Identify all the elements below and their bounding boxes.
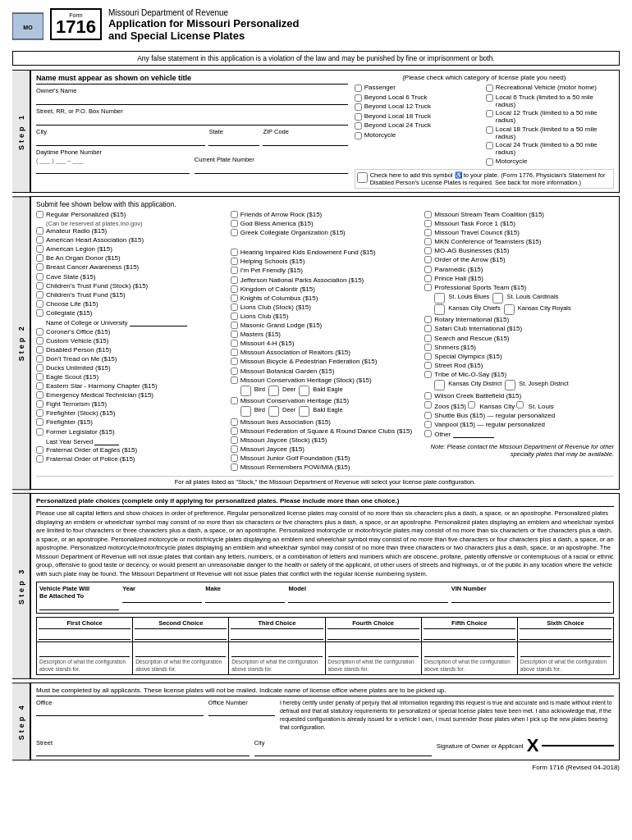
plate-bl12-cb[interactable]	[355, 103, 362, 111]
choice-2-input[interactable]	[135, 631, 227, 640]
conserv-bird-cb[interactable]	[240, 406, 251, 417]
cb-coroner-cb[interactable]	[36, 328, 44, 336]
cb-mo4h-cb[interactable]	[231, 340, 238, 347]
cb-shriners-cb[interactable]	[424, 344, 432, 351]
cb-chooselife-cb[interactable]	[36, 300, 44, 308]
state-input[interactable]	[208, 136, 259, 146]
cb-disabled-cb[interactable]	[36, 346, 44, 354]
cb-moag-cb[interactable]	[424, 247, 432, 254]
cb-specialolympics-cb[interactable]	[424, 353, 432, 360]
cb-taskforce-cb[interactable]	[424, 220, 432, 227]
zip-input[interactable]	[263, 136, 347, 146]
cb-ikes-cb[interactable]	[231, 418, 238, 426]
cb-conserv-stock-cb[interactable]	[231, 377, 238, 384]
cb-rotary-cb[interactable]	[424, 316, 432, 323]
plate-l18-cb[interactable]	[486, 126, 493, 134]
wheelchair-cb[interactable]	[357, 172, 368, 183]
kc-chiefs-cb[interactable]	[434, 304, 445, 315]
conserv-deer-cb[interactable]	[268, 406, 279, 417]
cb-kingdom-cb[interactable]	[231, 285, 238, 293]
vehicle-plate-input[interactable]	[39, 601, 119, 610]
plate-bl24-cb[interactable]	[355, 122, 362, 130]
cb-ctf-cb[interactable]	[36, 291, 44, 299]
cb-zoos-cb[interactable]	[424, 401, 432, 409]
cb-ff-cb[interactable]	[36, 418, 44, 426]
kc-royals-cb[interactable]	[504, 304, 515, 315]
stl-cards-cb[interactable]	[492, 293, 503, 304]
cb-organ-cb[interactable]	[36, 254, 44, 262]
cb-eastern-cb[interactable]	[36, 382, 44, 390]
plate-bl6-cb[interactable]	[355, 94, 362, 102]
plate-l12-cb[interactable]	[486, 110, 493, 117]
cb-lions-stock-cb[interactable]	[231, 304, 238, 311]
conserv-stock-eagle-cb[interactable]	[299, 386, 309, 396]
cb-fop-cb[interactable]	[36, 455, 44, 463]
cb-powmia-cb[interactable]	[231, 463, 238, 471]
current-plate-input[interactable]	[195, 164, 348, 174]
cb-botanical-cb[interactable]	[231, 368, 238, 375]
cb-jefferson-cb[interactable]	[231, 276, 238, 284]
plate-passenger-cb[interactable]	[355, 84, 362, 92]
s4-city-input[interactable]	[254, 747, 432, 756]
cb-masters-cb[interactable]	[231, 331, 238, 338]
stl-blues-cb[interactable]	[434, 293, 445, 304]
s4-street-input[interactable]	[36, 747, 250, 756]
conserv-stock-bird-cb[interactable]	[240, 386, 251, 396]
cb-hiked-cb[interactable]	[231, 249, 238, 256]
vehicle-year-input[interactable]	[122, 594, 202, 603]
kc-district-cb[interactable]	[434, 380, 445, 390]
kc-zoo-cb[interactable]	[468, 401, 475, 409]
cb-streetrod-cb[interactable]	[424, 362, 432, 369]
cb-donttread-cb[interactable]	[36, 355, 44, 363]
cb-breast-cb[interactable]	[36, 263, 44, 271]
phone-input[interactable]	[36, 164, 190, 174]
cb-jaycee-cb[interactable]	[231, 445, 238, 453]
plate-l24-cb[interactable]	[486, 142, 493, 149]
plate-motorcycle-l-cb[interactable]	[355, 132, 362, 139]
cb-collegiate-cb[interactable]	[36, 309, 44, 317]
cb-realtors-cb[interactable]	[231, 349, 238, 356]
choice-1-input[interactable]	[39, 631, 131, 640]
cb-eagle-cb[interactable]	[36, 373, 44, 381]
cb-masonic-cb[interactable]	[231, 322, 238, 329]
choice-3-input[interactable]	[231, 631, 323, 640]
cb-other-cb[interactable]	[424, 430, 432, 437]
vehicle-vin-input[interactable]	[451, 594, 611, 603]
cb-wilson-cb[interactable]	[424, 392, 432, 399]
plate-l6-cb[interactable]	[486, 94, 493, 102]
conserv-eagle-cb[interactable]	[299, 406, 309, 417]
cb-fight-cb[interactable]	[36, 400, 44, 408]
plate-rv-cb[interactable]	[486, 84, 493, 92]
cb-godbless-cb[interactable]	[231, 220, 238, 227]
cb-helpsch-cb[interactable]	[231, 258, 238, 265]
cb-ducks-cb[interactable]	[36, 364, 44, 372]
cb-aha-cb[interactable]	[36, 236, 44, 244]
plate-motorcycle-r-cb[interactable]	[486, 158, 493, 166]
cb-regular-cb[interactable]	[36, 211, 44, 218]
cb-greek-cb[interactable]	[231, 229, 238, 236]
cb-bicycle-cb[interactable]	[231, 358, 238, 365]
cb-princehall-cb[interactable]	[424, 275, 432, 282]
cb-ctf-stock-cb[interactable]	[36, 282, 44, 290]
cb-safari-cb[interactable]	[424, 325, 432, 332]
stl-zoo-cb[interactable]	[516, 401, 524, 409]
cb-petfriendly-cb[interactable]	[231, 267, 238, 274]
cb-mkn-cb[interactable]	[424, 238, 432, 245]
cb-searchrescue-cb[interactable]	[424, 335, 432, 342]
cb-knights-cb[interactable]	[231, 294, 238, 302]
choice-6-input[interactable]	[520, 631, 611, 640]
sj-district-cb[interactable]	[505, 380, 515, 390]
choice-5-input[interactable]	[424, 631, 515, 640]
choice-4-input[interactable]	[327, 631, 419, 640]
city-input[interactable]	[36, 136, 205, 146]
cb-legion-cb[interactable]	[36, 245, 44, 253]
vehicle-model-input[interactable]	[288, 594, 447, 603]
cb-golf-cb[interactable]	[231, 454, 238, 462]
cb-emt-cb[interactable]	[36, 391, 44, 399]
cb-streamteam-cb[interactable]	[424, 211, 432, 218]
cb-conserv-cb[interactable]	[231, 397, 238, 404]
cb-travel-cb[interactable]	[424, 229, 432, 236]
cb-custom-cb[interactable]	[36, 337, 44, 345]
cb-paramedic-cb[interactable]	[424, 266, 432, 273]
cb-shuttle-cb[interactable]	[424, 412, 432, 419]
